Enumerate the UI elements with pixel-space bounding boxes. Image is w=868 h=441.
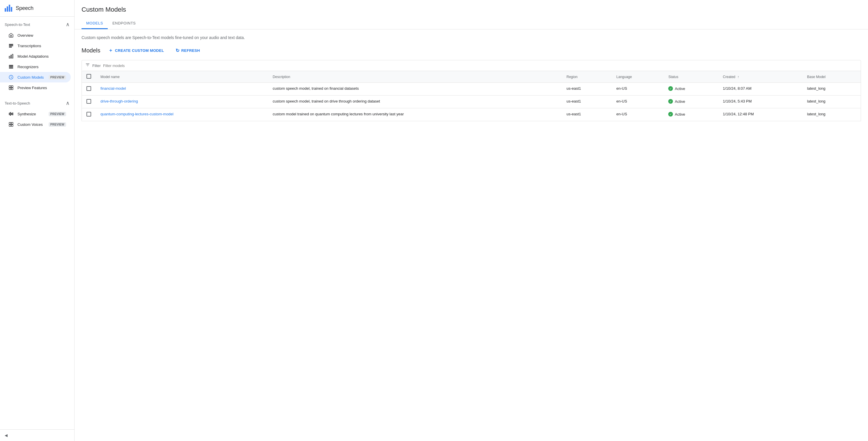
text-to-speech-section: Text-to-Speech ∧ Synthesize PREVIEW Cust…: [0, 95, 74, 132]
svg-rect-18: [9, 122, 11, 124]
cell-status: ✓ Active: [663, 95, 718, 108]
svg-rect-21: [11, 125, 13, 126]
cell-created: 1/10/24, 8:07 AM: [718, 83, 803, 95]
col-header-region: Region: [562, 71, 612, 83]
create-custom-model-button[interactable]: ＋ CREATE CUSTOM MODEL: [105, 46, 167, 55]
content-area: Custom speech models are Speech-to-Text …: [74, 29, 868, 441]
cell-model-name: quantum-computing-lectures-custom-model: [96, 108, 268, 121]
page-header: Custom Models MODELS ENDPOINTS: [74, 0, 868, 29]
models-heading: Models: [82, 47, 100, 54]
sidebar-header: Speech: [0, 0, 74, 17]
cell-region: us-east1: [562, 108, 612, 121]
col-header-description: Description: [268, 71, 562, 83]
model-name-link[interactable]: financial-model: [100, 86, 126, 91]
cell-language: en-US: [612, 95, 664, 108]
row-checkbox[interactable]: [87, 86, 91, 91]
status-active-icon: ✓: [668, 112, 673, 117]
custom-voices-badge: PREVIEW: [49, 122, 66, 127]
table-row: drive-through-ordering custom speech mod…: [82, 95, 861, 108]
svg-rect-0: [9, 44, 13, 45]
svg-rect-3: [9, 56, 10, 58]
row-checkbox-cell[interactable]: [82, 83, 96, 95]
status-label: Active: [675, 87, 685, 91]
svg-rect-14: [9, 113, 10, 115]
preview-features-label: Preview Features: [18, 86, 66, 90]
svg-rect-19: [11, 122, 13, 124]
plus-icon: ＋: [108, 48, 113, 54]
svg-rect-7: [9, 66, 13, 67]
description-text: Custom speech models are Speech-to-Text …: [82, 35, 861, 40]
col-header-status: Status: [663, 71, 718, 83]
models-table: Model name Description Region Language S…: [82, 71, 861, 121]
text-to-speech-label: Text-to-Speech: [5, 101, 30, 106]
col-header-created[interactable]: Created ↑: [718, 71, 803, 83]
speech-to-text-label: Speech-to-Text: [5, 23, 30, 27]
filter-bar: Filter: [82, 60, 861, 71]
select-all-header[interactable]: [82, 71, 96, 83]
collapse-sidebar-button[interactable]: ◀: [0, 429, 74, 441]
select-all-checkbox[interactable]: [87, 74, 91, 79]
col-header-base-model: Base Model: [803, 71, 861, 83]
synthesize-badge: PREVIEW: [49, 112, 66, 116]
filter-input[interactable]: [103, 63, 857, 68]
sidebar-item-synthesize[interactable]: Synthesize PREVIEW: [0, 109, 71, 119]
model-name-link[interactable]: quantum-computing-lectures-custom-model: [100, 112, 174, 116]
cell-base-model: latest_long: [803, 95, 861, 108]
text-to-speech-header[interactable]: Text-to-Speech ∧: [0, 97, 74, 109]
sort-asc-icon: ↑: [738, 75, 739, 79]
custom-voices-icon: [8, 121, 14, 127]
model-adaptations-icon: [8, 53, 14, 59]
model-name-link[interactable]: drive-through-ordering: [100, 99, 138, 104]
sidebar-item-custom-voices[interactable]: Custom Voices PREVIEW: [0, 119, 71, 129]
cell-language: en-US: [612, 83, 664, 95]
col-header-language: Language: [612, 71, 664, 83]
custom-models-label: Custom Models: [18, 75, 45, 80]
cell-base-model: latest_long: [803, 83, 861, 95]
row-checkbox-cell[interactable]: [82, 108, 96, 121]
sidebar-item-model-adaptations[interactable]: Model Adaptations: [0, 51, 71, 61]
row-checkbox[interactable]: [87, 112, 91, 117]
svg-rect-13: [11, 88, 13, 90]
refresh-button[interactable]: ↻ REFRESH: [172, 46, 204, 55]
recognizers-label: Recognizers: [18, 65, 66, 69]
sidebar-item-overview[interactable]: Overview: [0, 30, 71, 40]
sidebar-item-transcriptions[interactable]: Transcriptions: [0, 40, 71, 51]
status-active-icon: ✓: [668, 99, 673, 104]
synthesize-icon: [8, 111, 14, 117]
synthesize-label: Synthesize: [18, 112, 45, 116]
refresh-icon: ↻: [176, 48, 179, 53]
status-label: Active: [675, 112, 685, 117]
cell-created: 1/10/24, 12:48 PM: [718, 108, 803, 121]
tab-endpoints[interactable]: ENDPOINTS: [108, 18, 141, 29]
custom-models-icon: [8, 74, 14, 80]
model-adaptations-label: Model Adaptations: [18, 54, 66, 59]
tab-models[interactable]: MODELS: [82, 18, 108, 29]
table-row: financial-model custom speech model, tra…: [82, 83, 861, 95]
tabs: MODELS ENDPOINTS: [82, 18, 861, 29]
status-label: Active: [675, 99, 685, 104]
collapse-icon: ◀: [5, 433, 7, 438]
speech-to-text-header[interactable]: Speech-to-Text ∧: [0, 19, 74, 30]
speech-to-text-section: Speech-to-Text ∧ Overview Transcriptions…: [0, 17, 74, 95]
models-toolbar: Models ＋ CREATE CUSTOM MODEL ↻ REFRESH: [82, 46, 861, 55]
svg-rect-2: [9, 47, 12, 48]
sidebar-item-recognizers[interactable]: Recognizers: [0, 61, 71, 72]
transcriptions-icon: [8, 43, 14, 49]
recognizers-icon: [8, 64, 14, 69]
table-header-row: Model name Description Region Language S…: [82, 71, 861, 83]
svg-rect-4: [11, 55, 12, 58]
row-checkbox-cell[interactable]: [82, 95, 96, 108]
app-logo-icon: [5, 5, 12, 12]
svg-rect-6: [9, 65, 13, 66]
sidebar-item-custom-models[interactable]: Custom Models PREVIEW: [0, 72, 71, 82]
sidebar-item-preview-features[interactable]: Preview Features: [0, 82, 71, 93]
cell-model-name: financial-model: [96, 83, 268, 95]
page-title: Custom Models: [82, 6, 861, 13]
cell-region: us-east1: [562, 83, 612, 95]
custom-voices-label: Custom Voices: [18, 122, 45, 127]
cell-status: ✓ Active: [663, 83, 718, 95]
row-checkbox[interactable]: [87, 99, 91, 104]
main-content: Custom Models MODELS ENDPOINTS Custom sp…: [74, 0, 868, 441]
transcriptions-label: Transcriptions: [18, 44, 66, 48]
preview-features-icon: [8, 85, 14, 91]
